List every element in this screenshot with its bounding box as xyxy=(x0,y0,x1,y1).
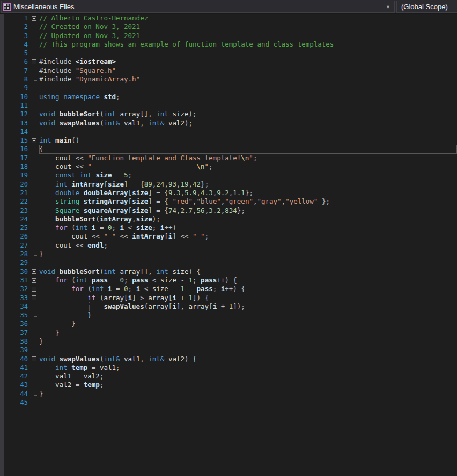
fold-collapse-icon[interactable] xyxy=(32,138,36,143)
line-number[interactable]: 14 xyxy=(4,128,28,136)
fold-collapse-icon[interactable] xyxy=(32,59,36,64)
code-line[interactable]: 31 for (int pass = 0; pass < size - 1; p… xyxy=(4,276,457,285)
fold-collapse-icon[interactable] xyxy=(32,356,36,361)
code-line[interactable]: 35 } xyxy=(4,311,457,319)
line-number[interactable]: 17 xyxy=(4,154,28,162)
fold-collapse-icon[interactable] xyxy=(32,295,36,300)
line-number[interactable]: 44 xyxy=(4,390,28,398)
code-line[interactable]: 15int main() xyxy=(4,136,457,145)
code-line[interactable]: 33 if (array[i] > array[i + 1]) { xyxy=(4,294,457,302)
line-number[interactable]: 37 xyxy=(4,329,28,337)
code-line[interactable]: 18 cout << "--------------------------\n… xyxy=(4,162,457,171)
code-line[interactable]: 13void swapValues(int& val1, int& val2); xyxy=(4,119,457,128)
line-number[interactable]: 2 xyxy=(4,23,28,31)
fold-collapse-icon[interactable] xyxy=(32,287,36,292)
line-number[interactable]: 45 xyxy=(4,398,28,407)
code-line[interactable]: 4// This program shows an example of fun… xyxy=(4,40,457,49)
line-number[interactable]: 15 xyxy=(4,136,28,145)
code-line[interactable]: 41 int temp = val1; xyxy=(4,363,457,372)
code-line[interactable]: 12void bubbleSort(int array[], int size)… xyxy=(4,110,457,118)
code-line[interactable]: 7#include "Square.h" xyxy=(4,66,457,75)
line-number[interactable]: 33 xyxy=(4,294,28,302)
code-line[interactable]: 10using namespace std; xyxy=(4,93,457,101)
line-number[interactable]: 12 xyxy=(4,110,28,118)
line-number[interactable]: 29 xyxy=(4,258,28,267)
line-number[interactable]: 32 xyxy=(4,285,28,293)
line-number[interactable]: 8 xyxy=(4,75,28,84)
line-number[interactable]: 18 xyxy=(4,162,28,171)
line-number[interactable]: 38 xyxy=(4,337,28,346)
line-number[interactable]: 23 xyxy=(4,206,28,215)
line-number[interactable]: 30 xyxy=(4,267,28,276)
line-number[interactable]: 41 xyxy=(4,363,28,372)
code-line[interactable]: 22 string stringArray[size] = { "red","b… xyxy=(4,197,457,206)
fold-collapse-icon[interactable] xyxy=(32,278,36,283)
line-number[interactable]: 22 xyxy=(4,197,28,206)
code-line[interactable]: 2// Created on Nov 3, 2021 xyxy=(4,23,457,31)
line-number[interactable]: 26 xyxy=(4,232,28,241)
project-dropdown[interactable]: Miscellaneous Files ▼ xyxy=(1,1,395,13)
code-line[interactable]: 1// Alberto Castro-Hernandez xyxy=(4,14,457,23)
code-line[interactable]: 28} xyxy=(4,250,457,258)
line-number[interactable]: 40 xyxy=(4,355,28,363)
code-line[interactable]: 38} xyxy=(4,337,457,346)
code-line[interactable]: 17 cout << "Function template and Class … xyxy=(4,154,457,162)
code-line[interactable]: 40void swapValues(int& val1, int& val2) … xyxy=(4,355,457,363)
code-line[interactable]: 5 xyxy=(4,49,457,57)
code-line[interactable]: 34 swapValues(array[i], array[i + 1]); xyxy=(4,302,457,311)
line-number[interactable]: 11 xyxy=(4,101,28,110)
line-number[interactable]: 36 xyxy=(4,319,28,328)
fold-collapse-icon[interactable] xyxy=(32,269,36,274)
line-number[interactable]: 39 xyxy=(4,346,28,354)
line-number[interactable]: 42 xyxy=(4,372,28,381)
code-line[interactable]: 29 xyxy=(4,258,457,267)
line-number[interactable]: 28 xyxy=(4,250,28,258)
code-line[interactable]: 43 val2 = temp; xyxy=(4,381,457,389)
code-line[interactable]: 37 } xyxy=(4,329,457,337)
scrollbar[interactable] xyxy=(0,14,4,476)
fold-collapse-icon[interactable] xyxy=(32,16,36,21)
line-number[interactable]: 34 xyxy=(4,302,28,311)
line-number[interactable]: 6 xyxy=(4,57,28,66)
code-line[interactable]: 44} xyxy=(4,390,457,398)
line-number[interactable]: 9 xyxy=(4,84,28,92)
code-line[interactable]: 9 xyxy=(4,84,457,92)
line-number[interactable]: 13 xyxy=(4,119,28,128)
code-line[interactable]: 19 const int size = 5; xyxy=(4,171,457,180)
line-number[interactable]: 20 xyxy=(4,180,28,189)
line-number[interactable]: 27 xyxy=(4,241,28,250)
line-number[interactable]: 4 xyxy=(4,40,28,49)
code-line[interactable]: 8#include "DynamicArray.h" xyxy=(4,75,457,84)
code-line[interactable]: 32 for (int i = 0; i < size - 1 - pass; … xyxy=(4,285,457,293)
code-line[interactable]: 26 cout << " " << intArray[i] << " "; xyxy=(4,232,457,241)
line-number[interactable]: 16 xyxy=(4,145,28,153)
code-line[interactable]: 14 xyxy=(4,128,457,136)
line-number[interactable]: 10 xyxy=(4,93,28,101)
line-number[interactable]: 5 xyxy=(4,49,28,57)
line-number[interactable]: 35 xyxy=(4,311,28,319)
code-line[interactable]: 30void bubbleSort(int array[], int size)… xyxy=(4,267,457,276)
code-line[interactable]: 3// Updated on Nov 3, 2021 xyxy=(4,32,457,40)
code-line[interactable]: 6#include <iostream> xyxy=(4,57,457,66)
code-line[interactable]: 39 xyxy=(4,346,457,354)
code-line[interactable]: 42 val1 = val2; xyxy=(4,372,457,381)
code-line[interactable]: 36 } xyxy=(4,319,457,328)
line-number[interactable]: 21 xyxy=(4,189,28,197)
code-line[interactable]: 24 bubbleSort(intArray,size); xyxy=(4,215,457,224)
scope-dropdown[interactable]: (Global Scope) xyxy=(396,1,457,13)
code-line[interactable]: 25 for (int i = 0; i < size; i++) xyxy=(4,224,457,232)
code-line[interactable]: 21 double doubleArray[size] = {9.3,5.9,4… xyxy=(4,189,457,197)
line-number[interactable]: 3 xyxy=(4,32,28,40)
line-number[interactable]: 1 xyxy=(4,14,28,23)
code-line[interactable]: 11 xyxy=(4,101,457,110)
code-line[interactable]: 16{ xyxy=(4,145,457,153)
line-number[interactable]: 25 xyxy=(4,224,28,232)
line-number[interactable]: 24 xyxy=(4,215,28,224)
code-line[interactable]: 45 xyxy=(4,398,457,407)
line-number[interactable]: 31 xyxy=(4,276,28,285)
code-line[interactable]: 27 cout << endl; xyxy=(4,241,457,250)
code-line[interactable]: 23 Square squareArray[size] = {74,2.7,56… xyxy=(4,206,457,215)
line-number[interactable]: 19 xyxy=(4,171,28,180)
line-number[interactable]: 43 xyxy=(4,381,28,389)
line-number[interactable]: 7 xyxy=(4,66,28,75)
